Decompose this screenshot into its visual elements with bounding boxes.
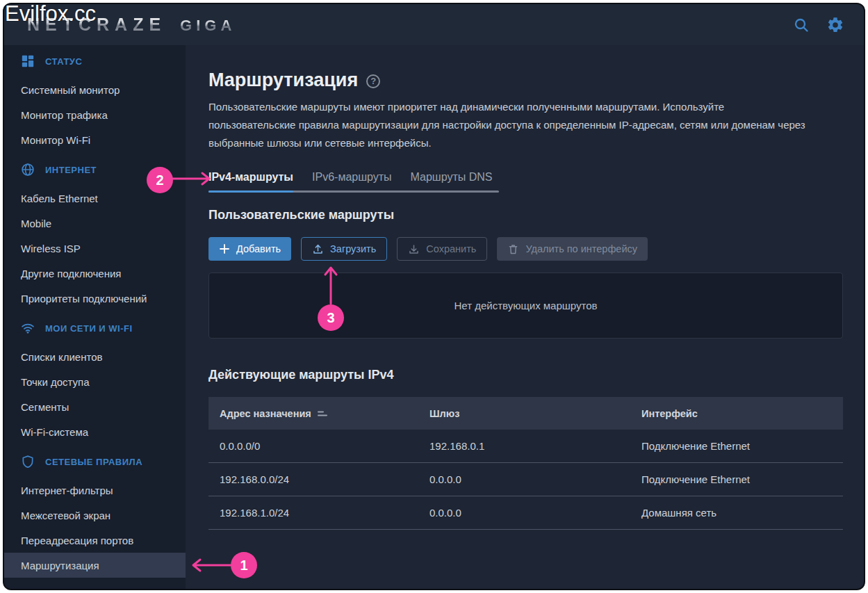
main-content: Маршрутизация ? Пользовательские маршрут…: [186, 45, 864, 589]
gear-icon[interactable]: [826, 16, 844, 34]
add-route-button[interactable]: Добавить: [208, 237, 291, 261]
sidebar-item-wireless-isp[interactable]: Wireless ISP: [4, 236, 186, 261]
page-title: Маршрутизация: [208, 69, 358, 91]
sidebar-item-wifi-monitor[interactable]: Монитор Wi-Fi: [4, 127, 186, 152]
tab-ipv6-routes[interactable]: IPv6-маршруты: [312, 167, 392, 193]
cell-interface: Подключение Ethernet: [641, 440, 832, 452]
upload-icon: [312, 243, 324, 255]
cell-interface: Домашняя сеть: [641, 507, 832, 519]
watermark-text: Evilfox.cc: [5, 1, 96, 26]
user-routes-toolbar: Добавить Загрузить С: [208, 237, 843, 261]
router-admin-app: NETCRAZE GIGA: [4, 4, 864, 589]
annotation-arrow-right: [171, 170, 214, 187]
cell-destination: 192.168.0.0/24: [220, 473, 429, 485]
page-description: Пользовательские маршруты имеют приорите…: [208, 98, 808, 152]
cell-destination: 0.0.0.0/0: [220, 440, 429, 452]
sidebar-item-client-lists[interactable]: Списки клиентов: [4, 344, 186, 369]
user-routes-empty-state: Нет действующих маршрутов: [208, 273, 843, 339]
delete-by-interface-button[interactable]: Удалить по интерфейсу: [497, 237, 648, 261]
sidebar-item-internet-filters[interactable]: Интернет-фильтры: [4, 478, 186, 503]
sidebar-section-status[interactable]: СТАТУС: [4, 49, 186, 74]
search-icon[interactable]: [793, 17, 810, 33]
cell-gateway: 0.0.0.0: [429, 507, 641, 519]
trash-icon: [507, 243, 519, 255]
sidebar-section-label: СЕТЕВЫЕ ПРАВИЛА: [45, 457, 142, 467]
active-routes-heading: Действующие маршруты IPv4: [208, 368, 843, 382]
annotation-step-1: 1: [231, 552, 257, 578]
sidebar-section-label: СТАТУС: [45, 56, 82, 67]
column-destination-sort[interactable]: Адрес назначения: [220, 408, 327, 419]
upload-routes-button[interactable]: Загрузить: [301, 237, 387, 261]
sidebar-item-port-forwarding[interactable]: Переадресация портов: [4, 528, 186, 553]
sidebar-item-system-monitor[interactable]: Системный монитор: [4, 77, 186, 102]
column-interface: Интерфейс: [641, 408, 832, 419]
help-icon[interactable]: ?: [366, 74, 380, 88]
tab-dns-routes[interactable]: Маршруты DNS: [411, 167, 493, 193]
save-routes-button[interactable]: Сохранить: [397, 237, 487, 261]
column-gateway: Шлюз: [429, 408, 641, 419]
tab-ipv4-routes[interactable]: IPv4-маршруты: [208, 167, 293, 193]
sidebar-item-traffic-monitor[interactable]: Монитор трафика: [4, 102, 186, 127]
cell-gateway: 0.0.0.0: [429, 473, 641, 485]
table-header-row: Адрес назначения Шлюз Интерфейс: [208, 397, 843, 430]
sidebar-section-label: ИНТЕРНЕТ: [45, 165, 97, 175]
sidebar: СТАТУС Системный монитор Монитор трафика…: [4, 45, 186, 589]
annotation-arrow-up: [322, 263, 339, 306]
sidebar-item-mobile[interactable]: Mobile: [4, 211, 186, 236]
table-row: 192.168.1.0/24 0.0.0.0 Домашняя сеть: [208, 496, 843, 530]
sidebar-item-segments[interactable]: Сегменты: [4, 394, 186, 419]
wifi-icon: [21, 321, 35, 335]
globe-icon: [21, 163, 35, 177]
download-icon: [408, 243, 420, 255]
plus-icon: [219, 243, 230, 254]
logo-model-text: GIGA: [180, 17, 236, 35]
cell-gateway: 192.168.0.1: [429, 440, 641, 452]
sidebar-item-connection-priorities[interactable]: Приоритеты подключений: [4, 286, 186, 311]
sidebar-item-wifi-system[interactable]: Wi-Fi-система: [4, 419, 186, 444]
screenshot-frame: NETCRAZE GIGA: [0, 0, 868, 593]
annotation-step-2: 2: [147, 167, 173, 193]
active-routes-table: Адрес назначения Шлюз Интерфейс 0.0.0.0/…: [208, 397, 843, 530]
shield-icon: [21, 455, 35, 469]
sidebar-item-access-points[interactable]: Точки доступа: [4, 369, 186, 394]
table-row: 0.0.0.0/0 192.168.0.1 Подключение Ethern…: [208, 430, 843, 463]
top-bar: NETCRAZE GIGA: [4, 4, 864, 45]
sort-icon: [318, 409, 327, 418]
sidebar-item-routing[interactable]: Маршрутизация: [4, 553, 186, 578]
cell-destination: 192.168.1.0/24: [220, 507, 429, 519]
routes-tab-bar: IPv4-маршруты IPv6-маршруты Маршруты DNS: [208, 167, 499, 193]
user-routes-heading: Пользовательские маршруты: [208, 208, 843, 222]
sidebar-section-my-networks[interactable]: МОИ СЕТИ И WI-FI: [4, 316, 186, 341]
cell-interface: Подключение Ethernet: [641, 473, 832, 485]
sidebar-item-firewall[interactable]: Межсетевой экран: [4, 503, 186, 528]
sidebar-item-other-connections[interactable]: Другие подключения: [4, 261, 186, 286]
table-row: 192.168.0.0/24 0.0.0.0 Подключение Ether…: [208, 463, 843, 496]
dashboard-icon: [21, 54, 35, 68]
sidebar-section-label: МОИ СЕТИ И WI-FI: [45, 323, 133, 334]
empty-state-message: Нет действующих маршрутов: [454, 300, 597, 311]
annotation-step-3: 3: [318, 304, 344, 331]
sidebar-section-network-rules[interactable]: СЕТЕВЫЕ ПРАВИЛА: [4, 449, 186, 474]
annotation-arrow-left: [188, 557, 233, 574]
